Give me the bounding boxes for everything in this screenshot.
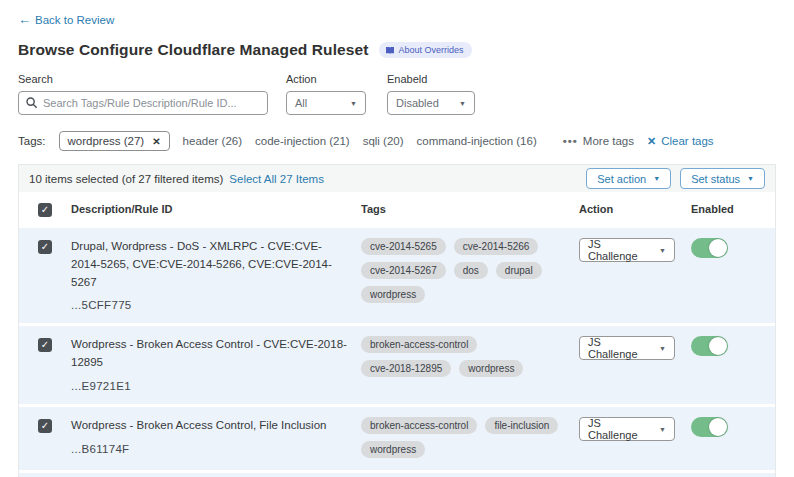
more-tags-label: More tags	[583, 135, 634, 147]
rule-tag-chip: wordpress	[361, 441, 425, 458]
table-header-row: ✓ Description/Rule ID Tags Action Enable…	[19, 192, 775, 225]
search-label: Search	[18, 73, 268, 85]
tag-filter-option[interactable]: code-injection (21)	[255, 135, 350, 147]
rules-table: ✓ Description/Rule ID Tags Action Enable…	[18, 192, 776, 477]
rule-description: Wordpress - Broken Access Control, File …	[71, 417, 361, 435]
rules-table-body: ✓ Drupal, Wordpress - DoS - XMLRPC - CVE…	[19, 228, 775, 477]
row-action-select[interactable]: JS Challenge ▼	[579, 417, 675, 441]
rule-tag-chip: wordpress	[459, 360, 523, 377]
tag-filter-option[interactable]: command-injection (16)	[417, 135, 537, 147]
chevron-down-icon: ▼	[350, 100, 357, 107]
book-icon	[385, 46, 395, 55]
search-icon	[26, 94, 37, 112]
selection-summary: 10 items selected (of 27 filtered items)	[29, 173, 223, 185]
enabled-toggle[interactable]	[691, 336, 728, 356]
back-link-label: Back to Review	[35, 14, 114, 26]
chevron-down-icon: ▼	[747, 175, 754, 182]
tag-filter-option[interactable]: sqli (20)	[363, 135, 404, 147]
column-header-description: Description/Rule ID	[71, 203, 361, 215]
rule-id: ...B61174F	[71, 443, 361, 455]
row-checkbox[interactable]: ✓	[38, 419, 52, 433]
table-row: ✓ Drupal, Wordpress - DoS - XMLRPC - CVE…	[19, 228, 775, 323]
column-header-action: Action	[579, 203, 691, 215]
search-box	[18, 91, 268, 115]
row-action-select[interactable]: JS Challenge ▼	[579, 336, 675, 360]
rule-description: Wordpress - Broken Access Control - CVE:…	[71, 336, 361, 372]
enabled-filter-value: Disabled	[396, 97, 439, 109]
tags-label: Tags:	[18, 135, 46, 147]
back-to-review-link[interactable]: ← Back to Review	[18, 12, 114, 27]
rule-tag-chip: drupal	[496, 262, 542, 279]
check-icon: ✓	[41, 242, 49, 252]
about-overrides-badge[interactable]: About Overrides	[379, 42, 472, 58]
check-icon: ✓	[41, 205, 49, 215]
table-row: ✓ Wordpress - Broken Access Control - CV…	[19, 326, 775, 404]
rule-tag-chip: cve-2014-5265	[361, 238, 446, 255]
chevron-down-icon: ▼	[659, 426, 666, 433]
enabled-filter-label: Enabeld	[387, 73, 475, 85]
check-icon: ✓	[41, 421, 49, 431]
search-input[interactable]	[43, 97, 260, 109]
rule-tag-chip: file-inclusion	[485, 417, 558, 434]
select-all-checkbox[interactable]: ✓	[38, 203, 52, 217]
clear-tags-icon: ✕	[647, 135, 656, 148]
chevron-down-icon: ▼	[659, 247, 666, 254]
column-header-enabled: Enabled	[691, 203, 775, 215]
rule-description: Drupal, Wordpress - DoS - XMLRPC - CVE:C…	[71, 238, 361, 291]
rule-tag-chip: dos	[454, 262, 488, 279]
check-icon: ✓	[41, 340, 49, 350]
row-action-value: JS Challenge	[588, 336, 651, 360]
badge-label: About Overrides	[399, 45, 464, 55]
row-action-value: JS Challenge	[588, 417, 651, 441]
selected-tag-chip[interactable]: wordpress (27) ✕	[59, 131, 170, 151]
rule-id: ...E9721E1	[71, 380, 361, 392]
select-all-link[interactable]: Select All 27 Items	[229, 173, 324, 185]
ellipsis-icon: •••	[563, 135, 578, 147]
table-row: ✓ Wordpress - Broken Access Control - Up…	[19, 473, 775, 477]
set-action-button[interactable]: Set action ▼	[586, 168, 671, 189]
row-action-value: JS Challenge	[588, 238, 651, 262]
action-filter-value: All	[295, 97, 307, 109]
rule-id: ...5CFF775	[71, 299, 361, 311]
action-filter-label: Action	[286, 73, 366, 85]
column-header-tags: Tags	[361, 203, 579, 215]
row-action-select[interactable]: JS Challenge ▼	[579, 238, 675, 262]
rule-tag-chip: cve-2014-5266	[454, 238, 539, 255]
selection-bar: 10 items selected (of 27 filtered items)…	[18, 164, 776, 192]
tag-filter-option[interactable]: header (26)	[183, 135, 242, 147]
rule-tag-chip: broken-access-control	[361, 417, 477, 434]
page-title: Browse Configure Cloudflare Managed Rule…	[18, 41, 369, 59]
clear-tags-label: Clear tags	[661, 135, 713, 147]
rule-tag-chip: cve-2018-12895	[361, 360, 451, 377]
enabled-toggle[interactable]	[691, 238, 728, 258]
selected-tag-label: wordpress (27)	[68, 135, 145, 147]
row-checkbox[interactable]: ✓	[38, 240, 52, 254]
rule-tag-chip: wordpress	[361, 286, 425, 303]
enabled-toggle[interactable]	[691, 417, 728, 437]
set-status-button[interactable]: Set status ▼	[680, 168, 765, 189]
enabled-filter-select[interactable]: Disabled ▼	[387, 91, 475, 115]
back-arrow-icon: ←	[18, 12, 31, 27]
chevron-down-icon: ▼	[653, 175, 660, 182]
clear-tags-button[interactable]: ✕ Clear tags	[647, 135, 714, 148]
more-tags-button[interactable]: ••• More tags	[563, 135, 634, 147]
chevron-down-icon: ▼	[659, 345, 666, 352]
chevron-down-icon: ▼	[459, 100, 466, 107]
rule-tag-chip: broken-access-control	[361, 336, 477, 353]
tag-filter-list: header (26)code-injection (21)sqli (20)c…	[183, 135, 550, 147]
rule-tag-chip: cve-2014-5267	[361, 262, 446, 279]
remove-tag-icon[interactable]: ✕	[152, 136, 160, 147]
table-row: ✓ Wordpress - Broken Access Control, Fil…	[19, 407, 775, 470]
action-filter-select[interactable]: All ▼	[286, 91, 366, 115]
row-checkbox[interactable]: ✓	[38, 338, 52, 352]
